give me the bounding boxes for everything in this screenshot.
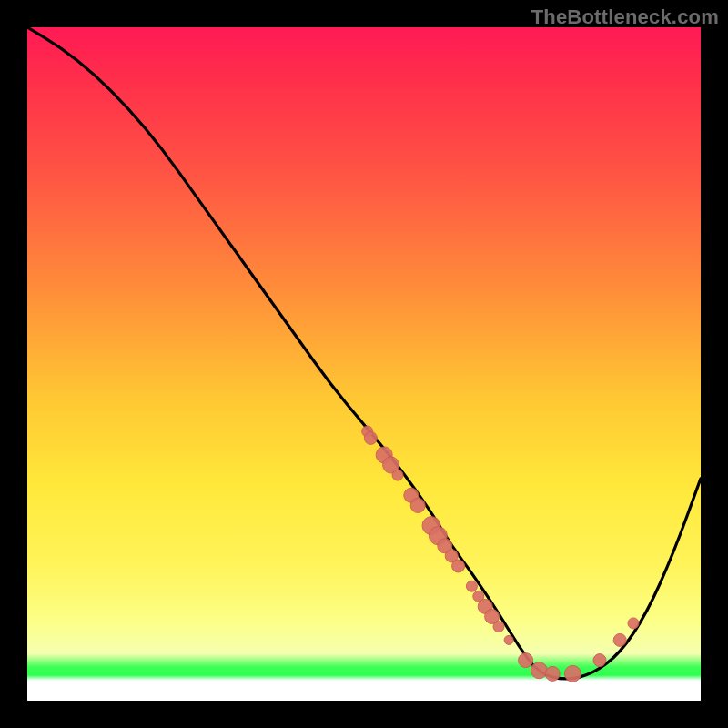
data-marker	[545, 666, 560, 681]
data-marker	[452, 560, 465, 572]
plot-area	[27, 27, 701, 701]
data-marker	[364, 431, 377, 444]
data-marker	[564, 665, 581, 682]
data-marker	[613, 633, 626, 646]
data-marker	[519, 653, 533, 668]
curve-svg	[27, 27, 701, 701]
data-marker	[392, 470, 403, 480]
data-marker	[504, 635, 513, 644]
data-marker	[531, 662, 547, 679]
data-marker	[628, 618, 639, 629]
data-marker	[410, 498, 425, 512]
data-marker	[593, 654, 606, 667]
watermark-text: TheBottleneck.com	[531, 5, 719, 29]
data-marker	[466, 581, 477, 592]
data-marker	[493, 622, 504, 632]
chart-container: TheBottleneck.com	[0, 0, 728, 728]
bottleneck-curve	[27, 27, 701, 679]
marker-group	[362, 426, 639, 682]
